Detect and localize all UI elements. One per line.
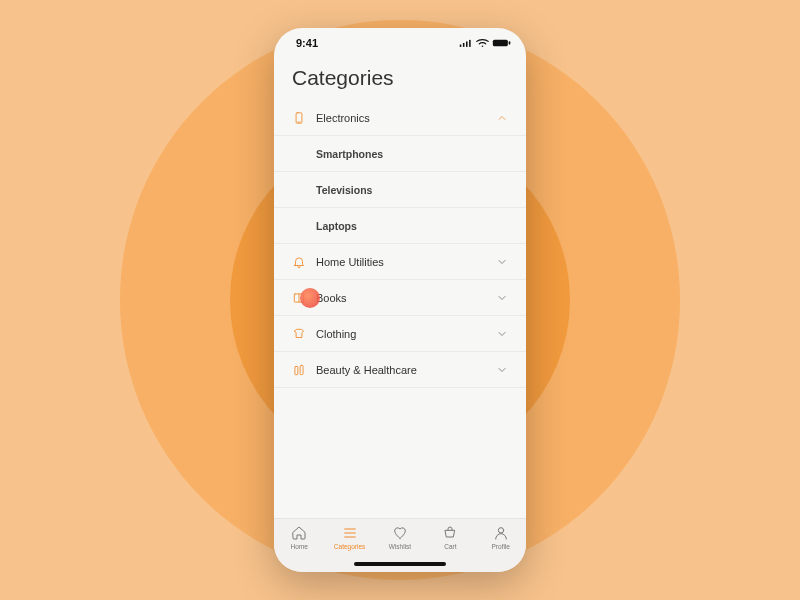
page-title: Categories (292, 66, 508, 90)
subcategory-label: Laptops (316, 220, 357, 232)
heart-icon (392, 525, 408, 541)
category-label: Electronics (316, 112, 370, 124)
svg-rect-6 (509, 41, 511, 44)
cart-icon (442, 525, 458, 541)
svg-rect-0 (460, 45, 462, 47)
svg-point-4 (482, 45, 484, 47)
bell-icon (292, 255, 306, 269)
svg-rect-5 (493, 40, 508, 47)
category-list[interactable]: Electronics Smartphones Televisions Lapt… (274, 100, 526, 518)
tab-cart[interactable]: Cart (426, 525, 474, 550)
category-row-books[interactable]: Books (274, 280, 526, 316)
battery-icon (492, 38, 512, 48)
category-row-beauty-healthcare[interactable]: Beauty & Healthcare (274, 352, 526, 388)
categories-icon (342, 525, 358, 541)
chevron-down-icon (496, 364, 508, 376)
svg-rect-3 (469, 40, 471, 47)
svg-rect-1 (463, 43, 465, 47)
tab-bar: Home Categories Wishlist Cart Profile (274, 518, 526, 572)
beauty-icon (292, 363, 306, 377)
subcategory-label: Televisions (316, 184, 372, 196)
subcategory-row-televisions[interactable]: Televisions (274, 172, 526, 208)
category-row-electronics[interactable]: Electronics (274, 100, 526, 136)
tab-home[interactable]: Home (275, 525, 323, 550)
category-row-home-utilities[interactable]: Home Utilities (274, 244, 526, 280)
stage-background: 9:41 Categories (0, 0, 800, 600)
status-icons (459, 38, 512, 48)
tab-label: Cart (444, 543, 456, 550)
tab-label: Profile (492, 543, 510, 550)
home-icon (291, 525, 307, 541)
category-label: Home Utilities (316, 256, 384, 268)
tab-wishlist[interactable]: Wishlist (376, 525, 424, 550)
chevron-up-icon (496, 112, 508, 124)
signal-icon (459, 38, 473, 48)
category-row-clothing[interactable]: Clothing (274, 316, 526, 352)
phone-frame: 9:41 Categories (274, 28, 526, 572)
tab-profile[interactable]: Profile (477, 525, 525, 550)
chevron-down-icon (496, 328, 508, 340)
svg-rect-2 (466, 41, 468, 46)
tab-label: Home (291, 543, 308, 550)
chevron-down-icon (496, 292, 508, 304)
tab-label: Categories (334, 543, 365, 550)
category-label: Beauty & Healthcare (316, 364, 417, 376)
status-time: 9:41 (296, 37, 318, 49)
subcategory-row-smartphones[interactable]: Smartphones (274, 136, 526, 172)
book-icon (292, 291, 306, 305)
chevron-down-icon (496, 256, 508, 268)
svg-rect-12 (300, 365, 303, 374)
tab-label: Wishlist (389, 543, 411, 550)
profile-icon (493, 525, 509, 541)
subcategory-row-laptops[interactable]: Laptops (274, 208, 526, 244)
status-bar: 9:41 (274, 28, 526, 58)
home-indicator[interactable] (354, 562, 446, 566)
svg-point-16 (498, 528, 503, 533)
page-header: Categories (274, 58, 526, 100)
svg-rect-11 (295, 366, 298, 374)
tab-categories[interactable]: Categories (326, 525, 374, 550)
subcategory-label: Smartphones (316, 148, 383, 160)
wifi-icon (476, 38, 489, 48)
phone-icon (292, 111, 306, 125)
category-label: Books (316, 292, 347, 304)
shirt-icon (292, 327, 306, 341)
category-label: Clothing (316, 328, 356, 340)
